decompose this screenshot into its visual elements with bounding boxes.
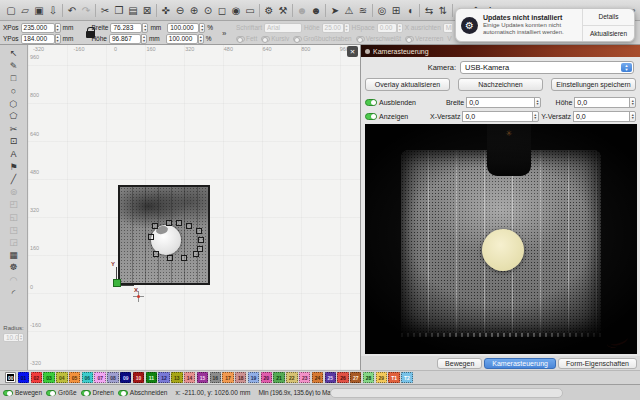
paste-icon[interactable]: ▤ [126, 3, 140, 18]
scale-h-stepper[interactable]: ▴▾ [198, 34, 204, 44]
xpos-input[interactable]: 235.000 [21, 23, 55, 33]
zoom-in-icon[interactable]: ⊕ [187, 3, 201, 18]
breite-input[interactable]: 0,0 [466, 97, 535, 108]
width-stepper[interactable]: ▴▾ [142, 23, 148, 33]
trace-marker[interactable] [166, 220, 172, 226]
measure-tool[interactable]: ╱ [5, 173, 23, 186]
trace-marker[interactable] [167, 255, 173, 261]
open-file-icon[interactable]: ▱ [18, 3, 32, 18]
start-icon[interactable]: ➤ [328, 3, 342, 18]
details-button[interactable]: Details [583, 9, 634, 26]
x-versatz-stepper[interactable]: ▴▾ [532, 111, 539, 122]
color-swatch[interactable]: 17 [222, 372, 233, 383]
scale-w-stepper[interactable]: ▴▾ [199, 23, 205, 33]
color-swatch[interactable]: 19 [248, 372, 259, 383]
font-select[interactable]: Arial [264, 23, 302, 33]
props-overflow-chevron[interactable]: » [222, 29, 226, 38]
circle-array-tool[interactable]: ☸ [5, 261, 23, 274]
node-edit-tool[interactable]: ✂ [5, 123, 23, 136]
color-swatch[interactable]: 08 [107, 372, 118, 383]
canvas-close-icon[interactable]: ✕ [347, 46, 358, 57]
x-align-select[interactable]: Mitte [443, 23, 452, 33]
frame-selection-icon[interactable]: ◻ [215, 3, 229, 18]
trace-marker[interactable] [176, 220, 182, 226]
trace-marker[interactable] [186, 223, 192, 229]
marquee-tool[interactable]: ⊡ [5, 135, 23, 148]
hoehe-stepper[interactable]: ▴▾ [629, 97, 636, 108]
hoehe-input[interactable]: 0,0 [574, 97, 630, 108]
redo-icon[interactable]: ↷ [79, 3, 93, 18]
trace-marker[interactable] [193, 251, 199, 257]
distribute-v-icon[interactable]: ⇅ [436, 3, 450, 18]
color-swatch[interactable]: 03 [43, 372, 54, 383]
color-swatch[interactable]: 15 [197, 372, 208, 383]
import-icon[interactable]: ⇩ [46, 3, 60, 18]
tab-kamerasteuerung[interactable]: Kamerasteuerung [484, 358, 556, 369]
width-input[interactable]: 76.283 [110, 23, 142, 33]
font-style-toggle[interactable]: Fett [236, 35, 257, 42]
zoom-fit-icon[interactable]: ⊙ [201, 3, 215, 18]
panel-header[interactable]: Kamerasteuerung [361, 45, 640, 57]
status-toggle[interactable]: Bewegen [3, 389, 42, 396]
trace-button[interactable]: Nachzeichnen [458, 78, 543, 91]
rectangle-tool[interactable]: □ [5, 72, 23, 85]
color-swatch[interactable]: 10 [133, 372, 144, 383]
camera-select[interactable]: USB-Kamera ▲▼ [460, 61, 634, 74]
color-swatch[interactable]: 26 [337, 372, 348, 383]
color-swatch[interactable]: 22 [286, 372, 297, 383]
device-settings-wrench-icon[interactable]: ⚒ [276, 3, 290, 18]
ypos-input[interactable]: 184.000 [21, 34, 55, 44]
color-swatch[interactable]: 06 [82, 372, 93, 383]
shape-tool[interactable]: ⬠ [5, 110, 23, 123]
copy-icon[interactable]: ❐ [112, 3, 126, 18]
color-swatch[interactable]: 04 [56, 372, 67, 383]
union-tool[interactable]: ◱ [5, 211, 23, 224]
user-icon[interactable]: ☻ [309, 3, 323, 18]
color-swatch[interactable]: 13 [171, 372, 182, 383]
font-style-toggle[interactable]: Großbuchstaben [293, 35, 351, 42]
color-swatch[interactable]: 29 [376, 372, 387, 383]
y-versatz-stepper[interactable]: ▴▾ [629, 111, 636, 122]
font-style-toggle[interactable]: Verzerren [405, 35, 443, 42]
hspace-stepper[interactable]: ▴▾ [397, 23, 403, 33]
color-swatch[interactable]: 27 [350, 372, 361, 383]
color-swatch[interactable]: 00 [5, 372, 16, 383]
trace-marker[interactable] [196, 228, 202, 234]
color-swatch[interactable]: 16 [210, 372, 221, 383]
camera-capture-icon[interactable]: ◉ [229, 3, 243, 18]
ausblenden-toggle[interactable] [365, 99, 377, 106]
ellipse-tool[interactable]: ○ [5, 85, 23, 98]
color-swatch[interactable]: 21 [273, 372, 284, 383]
origin-marker[interactable] [113, 279, 121, 287]
tab-form-eigenschaften[interactable]: Form-Eigenschaften [558, 358, 637, 369]
polygon-tool[interactable]: ⬡ [5, 97, 23, 110]
save-settings-button[interactable]: Einstellungen speichern [551, 78, 636, 91]
select-tool[interactable]: ↖ [5, 47, 23, 60]
height-input[interactable]: 96.867 [109, 34, 141, 44]
beep-icon[interactable]: ◖ [403, 3, 417, 18]
status-toggle[interactable]: Größe [46, 389, 76, 396]
workspace-canvas[interactable]: -320-1600160320480640800960 960800640480… [28, 45, 360, 370]
anzeigen-toggle[interactable] [365, 113, 377, 120]
delete-icon[interactable]: ⊠ [140, 3, 154, 18]
pencil-tool[interactable]: ✎ [5, 60, 23, 73]
status-toggle[interactable]: Drehen [81, 389, 114, 396]
intersect-tool[interactable]: ◲ [5, 236, 23, 249]
target-icon[interactable]: ◎ [375, 3, 389, 18]
trace-marker[interactable] [152, 223, 158, 229]
zoom-out-icon[interactable]: ⊖ [173, 3, 187, 18]
trace-marker[interactable] [153, 251, 159, 257]
pin-tool[interactable]: ⚑ [5, 160, 23, 173]
scale-h-input[interactable]: 100.000 [166, 34, 198, 44]
status-toggle[interactable]: Abschneiden [118, 389, 168, 396]
color-swatch[interactable]: 14 [184, 372, 195, 383]
color-swatch[interactable]: 07 [94, 372, 105, 383]
color-swatch[interactable]: 05 [69, 372, 80, 383]
font-hoehe-stepper[interactable]: ▴▾ [344, 23, 350, 33]
overlay-update-button[interactable]: Overlay aktualisieren [365, 78, 450, 91]
x-versatz-input[interactable]: 0,0 [462, 111, 533, 122]
corner-radius-tool[interactable]: ◜ [5, 286, 23, 299]
preview-icon[interactable]: ▭ [243, 3, 257, 18]
color-swatch[interactable]: 09 [120, 372, 131, 383]
outline-tool[interactable]: ◠ [5, 274, 23, 287]
